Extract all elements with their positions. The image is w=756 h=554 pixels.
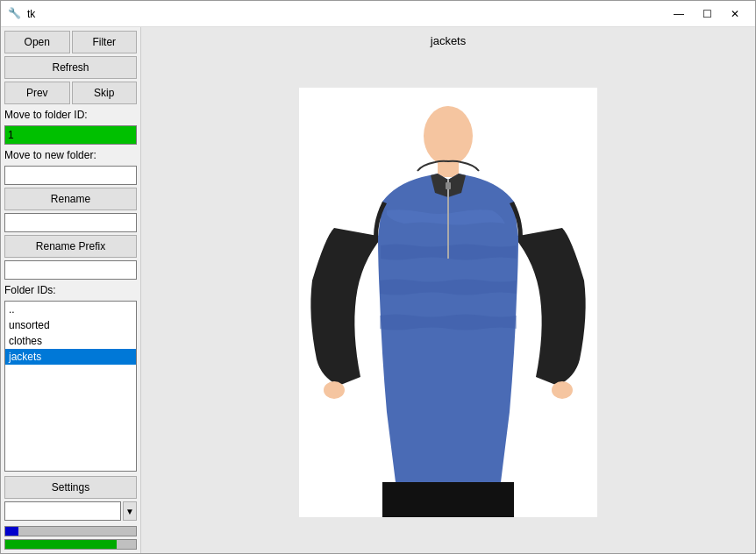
window-title: tk — [27, 8, 35, 20]
folder-ids-label: Folder IDs: — [4, 282, 137, 298]
rename-button[interactable]: Rename — [4, 188, 137, 210]
dropdown-arrow-icon[interactable]: ▼ — [123, 501, 137, 521]
folder-list[interactable]: .. unsorted clothes jackets — [4, 301, 137, 472]
minimize-button[interactable]: — — [666, 4, 692, 24]
image-container — [290, 51, 606, 553]
folder-item-clothes[interactable]: clothes — [5, 333, 136, 349]
svg-point-7 — [552, 381, 573, 399]
dropdown-row: ▼ — [4, 501, 137, 521]
prev-button[interactable]: Prev — [4, 82, 70, 104]
main-content: Open Filter Refresh Prev Skip Move to fo… — [1, 27, 755, 553]
move-folder-id-label: Move to folder ID: — [4, 107, 137, 123]
image-title: jackets — [431, 27, 466, 51]
title-bar-controls: — ☐ ✕ — [666, 4, 748, 24]
settings-dropdown[interactable] — [4, 501, 121, 521]
progress-area — [4, 523, 137, 550]
progress-bar-green — [5, 540, 117, 549]
svg-rect-4 — [446, 182, 451, 189]
move-new-folder-input[interactable] — [4, 166, 137, 185]
svg-rect-5 — [382, 482, 514, 517]
maximize-button[interactable]: ☐ — [694, 4, 720, 24]
progress-bar-blue — [5, 527, 18, 536]
settings-button[interactable]: Settings — [4, 476, 137, 499]
open-button[interactable]: Open — [4, 31, 70, 53]
progress-bar-green-container — [4, 539, 137, 550]
open-filter-row: Open Filter — [4, 31, 137, 53]
refresh-button[interactable]: Refresh — [4, 56, 137, 79]
move-new-folder-label: Move to new folder: — [4, 147, 137, 163]
title-bar-left: 🔧 tk — [8, 7, 35, 21]
rename-prefix-button[interactable]: Rename Prefix — [4, 235, 137, 258]
folder-item-jackets[interactable]: jackets — [5, 349, 136, 365]
filter-button[interactable]: Filter — [72, 31, 138, 53]
svg-point-6 — [324, 381, 345, 399]
move-folder-id-input[interactable] — [4, 125, 137, 145]
prev-skip-row: Prev Skip — [4, 82, 137, 104]
image-area: jackets — [141, 27, 755, 553]
sidebar: Open Filter Refresh Prev Skip Move to fo… — [1, 27, 141, 553]
rename-prefix-input[interactable] — [4, 260, 137, 280]
app-icon: 🔧 — [8, 7, 22, 21]
title-bar: 🔧 tk — ☐ ✕ — [1, 1, 755, 27]
jacket-image — [299, 88, 597, 517]
folder-item-unsorted[interactable]: unsorted — [5, 317, 136, 333]
rename-input[interactable] — [4, 213, 137, 232]
close-button[interactable]: ✕ — [722, 4, 748, 24]
skip-button[interactable]: Skip — [72, 82, 138, 104]
main-window: 🔧 tk — ☐ ✕ Open Filter Refresh Prev Skip — [0, 0, 756, 554]
folder-item-dotdot[interactable]: .. — [5, 302, 136, 317]
progress-bar-blue-container — [4, 526, 137, 536]
svg-point-1 — [424, 106, 473, 166]
